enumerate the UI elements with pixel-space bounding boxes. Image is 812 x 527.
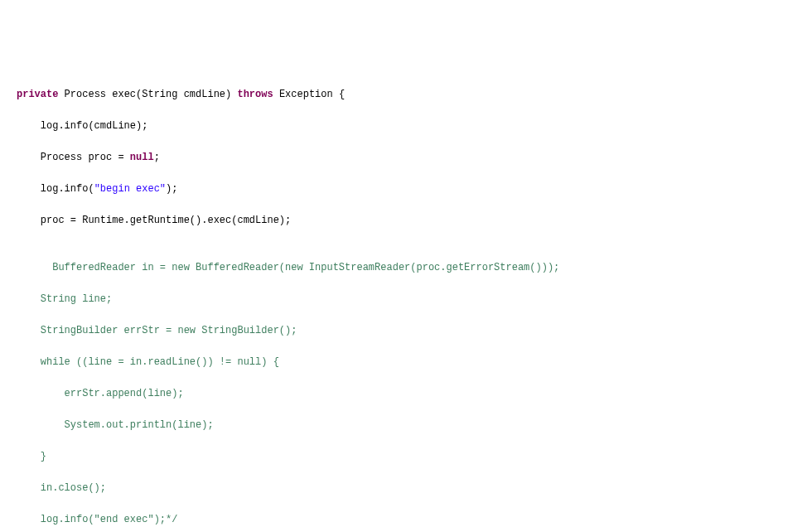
code-line: log.info("end exec");*/	[17, 512, 795, 527]
comment-text: String line;	[17, 293, 112, 305]
comment-text: BufferedReader in = new BufferedReader(n…	[17, 262, 559, 273]
keyword-null: null	[130, 152, 154, 163]
code-text: Process exec(String cmdLine)	[58, 89, 237, 100]
code-line: log.info(cmdLine);	[17, 118, 795, 134]
code-line: Process proc = null;	[17, 150, 795, 166]
code-text: log.info(	[17, 183, 94, 195]
code-line: BufferedReader in = new BufferedReader(n…	[17, 260, 795, 276]
comment-text: }	[17, 451, 46, 462]
code-line: proc = Runtime.getRuntime().exec(cmdLine…	[17, 213, 795, 229]
code-line: log.info("begin exec");	[17, 181, 795, 197]
string-literal: "begin exec"	[94, 183, 166, 195]
code-text: log.info(cmdLine);	[17, 120, 147, 132]
code-text: proc = Runtime.getRuntime().exec(cmdLine…	[17, 215, 291, 226]
keyword-throws: throws	[237, 89, 273, 100]
code-text: );	[166, 183, 177, 195]
comment-text: StringBuilder errStr = new StringBuilder…	[17, 325, 297, 336]
code-line: while ((line = in.readLine()) != null) {	[17, 355, 795, 370]
code-line: in.close();	[17, 481, 795, 496]
code-line: }	[17, 449, 795, 465]
comment-text: while ((line = in.readLine()) != null) {	[17, 356, 279, 368]
code-line: private Process exec(String cmdLine) thr…	[17, 87, 795, 103]
code-text: Exception {	[273, 89, 345, 100]
comment-text: System.out.println(line);	[17, 419, 214, 431]
comment-text: log.info("end exec");*/	[17, 514, 177, 525]
code-line: errStr.append(line);	[17, 386, 795, 402]
comment-text: in.close();	[17, 482, 106, 494]
comment-text: errStr.append(line);	[17, 388, 184, 399]
code-line: String line;	[17, 292, 795, 307]
code-block: private Process exec(String cmdLine) thr…	[17, 71, 795, 527]
code-text: Process proc =	[17, 152, 130, 163]
code-line: System.out.println(line);	[17, 418, 795, 433]
code-line: StringBuilder errStr = new StringBuilder…	[17, 323, 795, 339]
code-text: ;	[154, 152, 160, 163]
keyword-private: private	[17, 89, 58, 100]
